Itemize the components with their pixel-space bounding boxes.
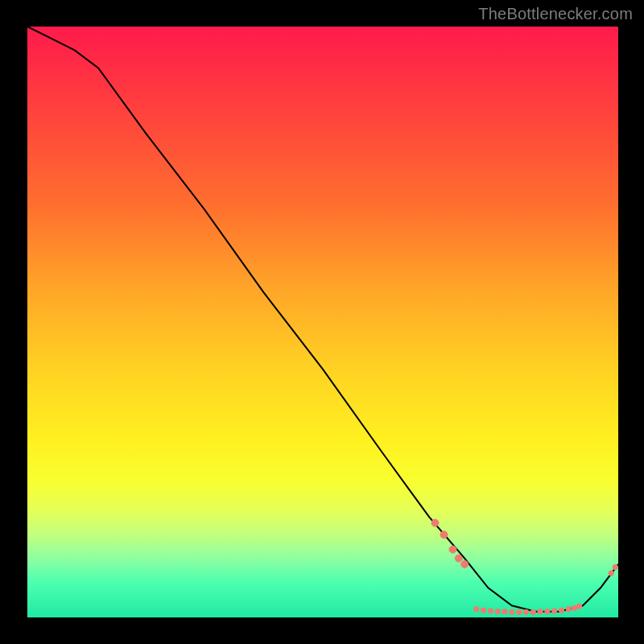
marker-flat-10 xyxy=(538,609,543,614)
marker-flat-01 xyxy=(474,607,479,612)
marker-flat-02 xyxy=(481,608,485,613)
marker-flat-07 xyxy=(517,609,522,614)
marker-up-2 xyxy=(613,564,617,569)
marker-flat-13 xyxy=(559,608,564,613)
marker-up-1 xyxy=(609,571,613,576)
marker-flat-14 xyxy=(566,607,571,612)
marker-cluster-down-5 xyxy=(461,560,469,568)
marker-flat-03 xyxy=(488,609,493,613)
marker-cluster-down-4 xyxy=(455,555,462,562)
chart-line xyxy=(27,27,618,612)
marker-flat-09 xyxy=(530,609,535,614)
marker-cluster-down-2 xyxy=(440,531,448,539)
marker-flat-05 xyxy=(502,609,507,614)
marker-cluster-down-3 xyxy=(449,546,456,553)
chart-frame: TheBottlenecker.com xyxy=(0,0,644,644)
marker-flat-04 xyxy=(495,609,500,614)
marker-cluster-down-1 xyxy=(431,519,439,526)
chart-markers xyxy=(431,519,618,615)
marker-flat-16 xyxy=(576,604,581,609)
source-label: TheBottlenecker.com xyxy=(478,5,633,23)
marker-flat-08 xyxy=(523,609,528,614)
marker-flat-11 xyxy=(545,609,550,614)
marker-flat-12 xyxy=(552,609,557,613)
marker-flat-06 xyxy=(510,609,514,614)
chart-overlay xyxy=(27,27,618,617)
